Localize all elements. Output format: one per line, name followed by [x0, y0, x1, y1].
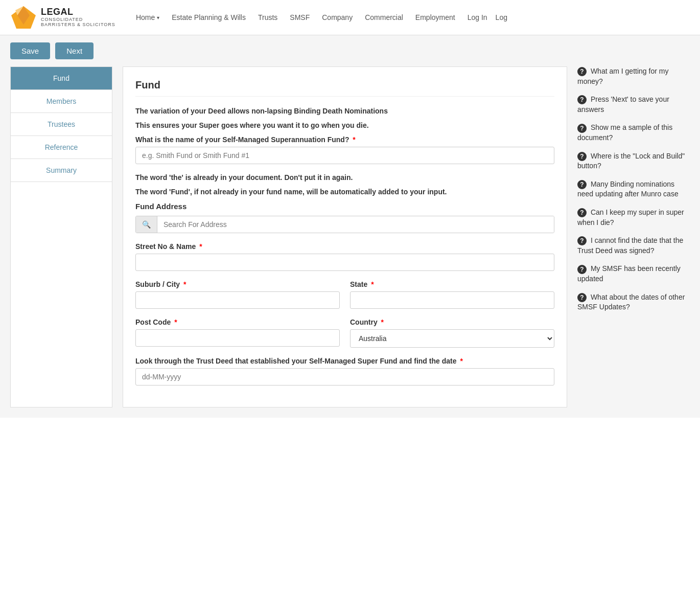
help-item-other-dates[interactable]: ? What about the dates of other SMSF Upd…: [577, 292, 690, 312]
trust-deed-date-input[interactable]: [135, 368, 554, 386]
country-label: Country *: [350, 318, 554, 326]
text-binding-death: The variation of your Deed allows non-la…: [135, 107, 554, 115]
trust-deed-label: Look through the Trust Deed that establi…: [135, 357, 554, 365]
help-icon-date: ?: [577, 236, 587, 245]
help-icon-sample: ?: [577, 124, 587, 133]
trust-deed-date-group: Look through the Trust Deed that establi…: [135, 357, 554, 386]
home-chevron-icon: ▾: [157, 15, 159, 20]
country-select[interactable]: Australia New Zealand United Kingdom Uni…: [350, 329, 554, 348]
sidebar-item-trustees[interactable]: Trustees: [11, 113, 112, 136]
suburb-state-row: Suburb / City * State *: [135, 280, 554, 318]
address-search-input[interactable]: [157, 216, 554, 233]
country-group: Country * Australia New Zealand United K…: [350, 318, 554, 348]
note-fund: The word 'Fund', if not already in your …: [135, 188, 554, 196]
help-item-updated[interactable]: ? My SMSF has been recently updated: [577, 264, 690, 284]
state-group: State *: [350, 280, 554, 309]
nav-company[interactable]: Company: [322, 13, 353, 21]
state-input[interactable]: [350, 291, 554, 309]
page-body: Fund Members Trustees Reference Summary …: [0, 66, 700, 418]
state-label: State *: [350, 280, 554, 288]
postcode-country-row: Post Code * Country * Australia New Zeal…: [135, 318, 554, 357]
postcode-input[interactable]: [135, 329, 340, 347]
postcode-required: *: [174, 318, 177, 326]
nav-employment[interactable]: Employment: [415, 13, 455, 21]
nav-estate[interactable]: Estate Planning & Wills: [172, 13, 246, 21]
nav-home[interactable]: Home ▾: [136, 13, 159, 21]
right-sidebar: ? What am I getting for my money? ? Pres…: [577, 66, 690, 408]
save-button[interactable]: Save: [10, 42, 50, 59]
sidebar-item-members[interactable]: Members: [11, 90, 112, 113]
note-the: The word 'the' is already in your docume…: [135, 173, 554, 182]
toolbar: Save Next: [0, 35, 700, 66]
help-icon-other-dates: ?: [577, 293, 587, 302]
suburb-group: Suburb / City *: [135, 280, 340, 309]
section-title: Fund: [135, 79, 554, 97]
search-icon: 🔍: [142, 220, 151, 229]
help-item-sample[interactable]: ? Show me a sample of this document?: [577, 123, 690, 143]
postcode-label: Post Code *: [135, 318, 340, 326]
nav-smsf[interactable]: SMSF: [290, 13, 310, 21]
help-item-lock[interactable]: ? Where is the "Lock and Build" button?: [577, 151, 690, 171]
fund-address-label: Fund Address: [135, 202, 554, 211]
nav-commercial[interactable]: Commercial: [365, 13, 403, 21]
street-input[interactable]: [135, 254, 554, 271]
postcode-group: Post Code *: [135, 318, 340, 348]
help-icon-next: ?: [577, 95, 587, 104]
nav-log[interactable]: Log: [496, 13, 507, 21]
help-item-money[interactable]: ? What am I getting for my money?: [577, 66, 690, 86]
street-label: Street No & Name *: [135, 242, 554, 251]
help-item-munro[interactable]: ? Many Binding nominations need updating…: [577, 179, 690, 199]
fund-address-group: Fund Address 🔍: [135, 202, 554, 233]
street-group: Street No & Name *: [135, 242, 554, 271]
nav-login[interactable]: Log In: [468, 13, 487, 21]
help-icon-munro: ?: [577, 180, 587, 189]
suburb-label: Suburb / City *: [135, 280, 340, 288]
required-marker: *: [353, 135, 355, 144]
fund-name-group: What is the name of your Self-Managed Su…: [135, 135, 554, 164]
help-icon-lock: ?: [577, 152, 587, 161]
sidebar: Fund Members Trustees Reference Summary: [10, 66, 112, 408]
sidebar-item-summary[interactable]: Summary: [11, 159, 112, 182]
help-item-super[interactable]: ? Can I keep my super in super when I di…: [577, 208, 690, 228]
help-item-next[interactable]: ? Press 'Next' to save your answers: [577, 95, 690, 115]
logo-brand: LEGAL: [41, 7, 115, 17]
help-icon-updated: ?: [577, 265, 587, 274]
fund-name-input[interactable]: [135, 147, 554, 164]
next-button[interactable]: Next: [55, 42, 94, 59]
state-required: *: [371, 280, 374, 288]
main-nav: Home ▾ Estate Planning & Wills Trusts SM…: [136, 13, 690, 21]
help-item-date[interactable]: ? I cannot find the date that the Trust …: [577, 236, 690, 256]
country-required: *: [381, 318, 384, 326]
address-search-wrapper: 🔍: [135, 216, 554, 233]
text-super-info: This ensures your Super goes where you w…: [135, 121, 554, 129]
sidebar-item-fund[interactable]: Fund: [11, 67, 112, 90]
suburb-input[interactable]: [135, 291, 340, 309]
help-icon-money: ?: [577, 67, 587, 76]
nav-trusts[interactable]: Trusts: [258, 13, 277, 21]
nav-auth: Log In Log: [468, 13, 507, 21]
logo: LEGAL CONSOLIDATED BARRISTERS & SOLICITO…: [10, 5, 115, 30]
address-search-button[interactable]: 🔍: [136, 216, 157, 233]
sidebar-item-reference[interactable]: Reference: [11, 136, 112, 159]
suburb-required: *: [183, 280, 186, 288]
site-header: LEGAL CONSOLIDATED BARRISTERS & SOLICITO…: [0, 0, 700, 35]
main-content: Fund The variation of your Deed allows n…: [123, 66, 567, 408]
street-required: *: [199, 242, 202, 251]
trust-deed-required: *: [460, 357, 462, 365]
help-icon-super: ?: [577, 208, 587, 217]
logo-icon: [10, 5, 37, 30]
logo-tagline: BARRISTERS & SOLICITORS: [41, 22, 115, 28]
fund-name-label: What is the name of your Self-Managed Su…: [135, 135, 554, 144]
